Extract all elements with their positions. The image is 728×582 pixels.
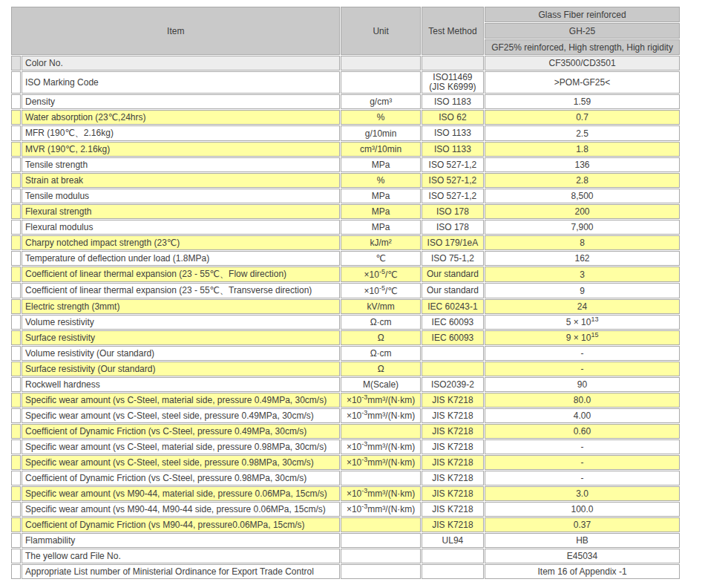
unit-cell-text: Ω [378,364,384,374]
value-cell: HB [485,533,680,548]
table-row: Flexural modulusMPaISO 1787,900 [11,220,680,235]
unit-cell [341,564,420,579]
value-cell: 9 [485,283,680,298]
value-cell: 200 [485,204,680,219]
value-cell-text: 200 [575,206,590,217]
value-cell: 2.5 [485,125,680,141]
row-indicator-cell [11,142,21,157]
value-cell-text: 90 [577,379,587,390]
table-row: Coefficient of linear thermal expansion … [11,267,680,282]
test-method-cell: ISO 1133 [422,125,484,141]
item-cell: Specific wear amount (vs M90-44, materia… [22,486,340,501]
unit-cell-text-after: mm³/(N·km) [367,504,415,514]
value-cell-text: 80.0 [574,395,591,405]
header-row-1: Item Unit Test Method Glass Fiber reinfo… [11,7,680,22]
value-cell: - [485,471,680,485]
table-row: Water absorption (23℃,24hrs)%ISO 620.7 [11,110,680,125]
row-indicator-cell [11,517,21,532]
unit-cell [341,533,420,548]
unit-cell-text: ×10 [347,504,361,514]
row-indicator-cell [11,251,21,266]
row-indicator-cell [11,189,21,203]
item-cell: The yellow card File No. [22,549,340,563]
table-row: MVR (190℃, 2.16kg)cm³/10minISO 11331.8 [11,142,680,157]
value-cell: E45034 [485,549,680,563]
test-method-cell: JIS K7218 [422,439,484,454]
item-cell: Electric strength (3mmt) [22,299,340,314]
test-method-cell: Our standard [422,283,484,298]
table-row: Volume resistivityΩ·cmIEC 600935 × 1013 [11,315,680,330]
test-method-cell: ISO2039-2 [422,377,484,392]
unit-cell-text-after: /℃ [385,286,398,296]
value-cell-text: HB [576,535,588,546]
item-cell: Specific wear amount (vs M90-44, M90-44 … [22,502,340,517]
unit-cell [341,517,420,532]
value-cell: Item 16 of Appendix -1 [485,564,680,579]
table-row: Electric strength (3mmt)kV/mmIEC 60243-1… [11,299,680,314]
unit-cell-text: ×10 [347,442,361,452]
unit-cell: ×10-3mm³/(N·km) [341,408,420,423]
table-row: Tensile strengthMPaISO 527-1,2136 [11,157,680,172]
unit-cell: Ω·cm [341,315,420,330]
unit-cell-text-after: mm³/(N·km) [367,411,415,421]
unit-cell-text: % [377,112,385,122]
test-method-cell: UL94 [422,533,484,548]
row-indicator-cell [11,173,21,188]
test-method-cell: JIS K7218 [422,486,484,501]
value-cell: 5 × 1013 [485,315,680,330]
test-method-cell [422,346,484,361]
unit-cell-text: ℃ [376,253,385,264]
item-cell: Density [22,94,340,109]
unit-cell-superscript: -5 [379,284,385,292]
value-cell: 100.0 [485,502,680,517]
item-cell: Volume resistivity (Our standard) [22,346,340,361]
value-cell: 0.60 [485,424,680,439]
unit-cell [341,549,420,563]
row-indicator-cell [11,299,21,314]
unit-cell-text: Ω·cm [370,348,392,359]
test-method-cell: ISO 178 [422,204,484,219]
item-cell: Coefficient of Dynamic Friction (vs M90-… [22,517,340,532]
value-cell-text: - [581,457,584,468]
value-cell: CF3500/CD3501 [485,56,680,71]
value-cell-text: 1.8 [576,144,588,154]
value-cell-text: 100.0 [571,504,594,514]
unit-cell-text-after: mm³/(N·km) [367,457,415,468]
table-row: Rockwell hardnessM(Scale)ISO2039-290 [11,377,680,392]
table-row: Coefficient of Dynamic Friction (vs C-St… [11,471,680,485]
row-indicator-cell [11,315,21,330]
item-cell: ISO Marking Code [22,71,340,94]
value-cell: 0.7 [485,110,680,125]
table-header: Item Unit Test Method Glass Fiber reinfo… [11,7,680,55]
item-cell: Surface resistivity (Our standard) [22,362,340,376]
table-row: ISO Marking CodeISO11469 (JIS K6999)>POM… [11,71,680,94]
row-indicator-cell [11,220,21,235]
row-indicator-cell [11,157,21,172]
value-cell: 1.59 [485,94,680,109]
unit-cell: g/10min [341,125,420,141]
table-row: Coefficient of Dynamic Friction (vs C-St… [11,424,680,439]
item-cell: Specific wear amount (vs C-Steel, steel … [22,408,340,423]
unit-cell: ×10-3mm³/(N·km) [341,393,420,408]
unit-cell-text: kV/mm [367,301,394,312]
value-cell: 8,500 [485,189,680,203]
table-row: Strain at break%ISO 527-1,22.8 [11,173,680,188]
unit-cell: kJ/m² [341,235,420,250]
unit-cell: MPa [341,220,420,235]
value-cell: 4.00 [485,408,680,423]
test-method-cell [422,362,484,376]
row-indicator-cell [11,71,21,94]
value-cell: - [485,362,680,376]
test-method-cell [422,564,484,579]
table-row: Coefficient of Dynamic Friction (vs M90-… [11,517,680,532]
unit-cell-text: MPa [372,222,390,232]
table-row: Specific wear amount (vs C-Steel, steel … [11,455,680,470]
item-cell: Tensile modulus [22,189,340,203]
test-method-cell: ISO 1183 [422,94,484,109]
value-cell-text: 8,500 [571,191,594,201]
unit-cell: Ω [341,330,420,345]
value-cell: 80.0 [485,393,680,408]
test-method-cell: ISO 179/1eA [422,235,484,250]
unit-cell: g/cm³ [341,94,420,109]
unit-cell [341,471,420,485]
